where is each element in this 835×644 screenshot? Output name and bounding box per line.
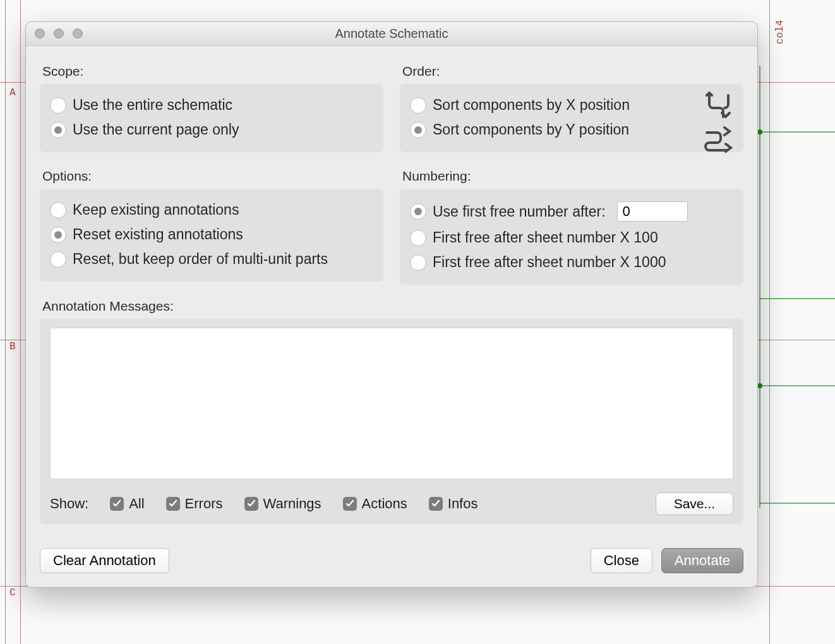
radio-label: Keep existing annotations — [73, 201, 239, 218]
radio-reset-existing[interactable]: Reset existing annotations — [50, 222, 373, 247]
first-free-after-input[interactable] — [617, 201, 688, 222]
messages-panel: Show: All Errors Warnings — [40, 319, 743, 524]
filter-label: All — [129, 496, 144, 512]
radio-label: Use the current page only — [73, 121, 239, 138]
radio-label: Use first free number after: — [433, 203, 606, 220]
sort-x-icon — [703, 92, 735, 122]
options-label: Options: — [42, 169, 383, 184]
filter-errors[interactable]: Errors — [166, 496, 223, 512]
radio-icon — [410, 230, 426, 246]
radio-sheet-x1000[interactable]: First free after sheet number X 1000 — [410, 250, 733, 275]
filter-label: Infos — [448, 496, 478, 512]
order-icons — [703, 92, 735, 157]
radio-label: Reset existing annotations — [73, 226, 243, 243]
checkbox-icon — [244, 497, 258, 511]
show-label: Show: — [50, 496, 88, 512]
checkbox-icon — [110, 497, 124, 511]
radio-label: Sort components by Y position — [433, 121, 629, 138]
radio-scope-current-page[interactable]: Use the current page only — [50, 117, 373, 142]
radio-first-free-after[interactable]: Use first free number after: — [410, 198, 733, 225]
numbering-group: Use first free number after: First free … — [400, 189, 743, 285]
radio-icon — [410, 97, 426, 114]
radio-icon — [410, 203, 426, 220]
radio-label: Reset, but keep order of multi-unit part… — [73, 251, 328, 268]
save-button[interactable]: Save... — [656, 492, 733, 515]
filter-infos[interactable]: Infos — [429, 496, 478, 512]
scope-group: Use the entire schematic Use the current… — [40, 84, 383, 152]
annotate-dialog: Annotate Schematic Scope: Use the entire… — [25, 21, 758, 588]
filter-actions[interactable]: Actions — [343, 496, 407, 512]
filter-label: Actions — [362, 496, 407, 512]
radio-label: Use the entire schematic — [73, 97, 232, 114]
radio-icon — [410, 254, 426, 271]
radio-order-y[interactable]: Sort components by Y position — [410, 117, 687, 142]
radio-order-x[interactable]: Sort components by X position — [410, 93, 687, 117]
clear-annotation-button[interactable]: Clear Annotation — [40, 548, 169, 573]
close-button[interactable]: Close — [591, 548, 652, 573]
filter-warnings[interactable]: Warnings — [244, 496, 321, 512]
radio-keep-existing[interactable]: Keep existing annotations — [50, 198, 373, 222]
order-label: Order: — [402, 64, 743, 79]
order-group: Sort components by X position Sort compo… — [400, 84, 743, 152]
filter-label: Warnings — [263, 496, 321, 512]
filter-label: Errors — [185, 496, 223, 512]
checkbox-icon — [343, 497, 357, 511]
radio-icon — [50, 122, 66, 138]
radio-reset-keep-order[interactable]: Reset, but keep order of multi-unit part… — [50, 247, 373, 271]
window-controls — [35, 28, 83, 39]
checkbox-icon — [429, 497, 443, 511]
radio-label: Sort components by X position — [433, 97, 630, 114]
zoom-icon[interactable] — [73, 28, 83, 39]
radio-icon — [410, 122, 426, 138]
radio-scope-entire[interactable]: Use the entire schematic — [50, 93, 373, 117]
radio-label: First free after sheet number X 100 — [433, 229, 658, 246]
radio-label: First free after sheet number X 1000 — [433, 254, 666, 271]
titlebar: Annotate Schematic — [26, 22, 757, 46]
messages-label: Annotation Messages: — [42, 299, 743, 314]
annotate-button[interactable]: Annotate — [661, 548, 743, 573]
radio-icon — [50, 227, 66, 243]
filter-all[interactable]: All — [110, 496, 144, 512]
minimize-icon[interactable] — [54, 28, 64, 39]
close-icon[interactable] — [35, 28, 45, 39]
radio-icon — [50, 251, 66, 268]
numbering-label: Numbering: — [402, 169, 743, 184]
radio-icon — [50, 202, 66, 218]
messages-textarea[interactable] — [50, 328, 733, 479]
sort-y-icon — [703, 126, 735, 157]
radio-icon — [50, 97, 66, 114]
radio-sheet-x100[interactable]: First free after sheet number X 100 — [410, 225, 733, 250]
scope-label: Scope: — [42, 64, 383, 79]
window-title: Annotate Schematic — [26, 27, 757, 41]
dialog-footer: Clear Annotation Close Annotate — [26, 537, 757, 587]
checkbox-icon — [166, 497, 180, 511]
options-group: Keep existing annotations Reset existing… — [40, 189, 383, 282]
